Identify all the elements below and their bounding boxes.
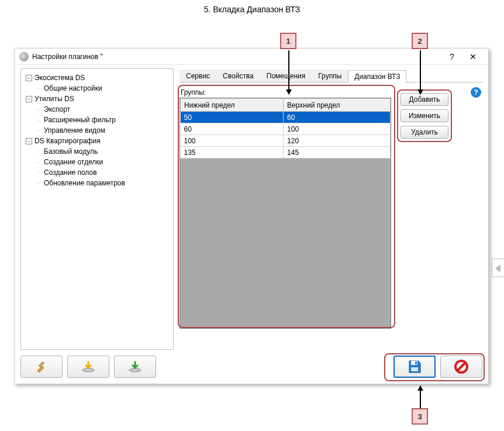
tree-node-create-finish[interactable]: ·Создание отделки bbox=[35, 157, 171, 167]
svg-rect-4 bbox=[411, 367, 418, 371]
tree-node-base-module[interactable]: ·Базовый модуль bbox=[35, 146, 171, 157]
tree-leaf-icon: · bbox=[35, 83, 42, 94]
tree-node-advanced-filter[interactable]: ·Расширенный фильтр bbox=[35, 115, 171, 125]
tree-node-utilities[interactable]: −Утилиты DS ·Экспорт ·Расширенный фильтр… bbox=[26, 94, 171, 136]
tab-groups[interactable]: Группы bbox=[312, 70, 348, 82]
clean-button[interactable] bbox=[20, 356, 63, 378]
grid-container: Нижний предел Верхний предел 50 60 bbox=[179, 98, 391, 329]
tree-node-view-control[interactable]: ·Управление видом bbox=[35, 125, 171, 136]
tab-range-vtz[interactable]: Диапазон ВТЗ bbox=[348, 70, 406, 82]
table-row[interactable]: 60 100 bbox=[181, 123, 391, 135]
cell-lower[interactable]: 50 bbox=[181, 112, 284, 123]
tree-leaf-icon: · bbox=[35, 146, 42, 157]
tree-node-apartment[interactable]: −DS Квартирография ·Базовый модуль ·Созд… bbox=[26, 136, 171, 188]
folder-open-icon bbox=[81, 360, 95, 374]
cell-upper[interactable]: 145 bbox=[284, 147, 391, 158]
add-button[interactable]: Добавить bbox=[401, 93, 448, 106]
callout-1-arrow bbox=[288, 50, 289, 94]
tree-label: Утилиты DS bbox=[34, 95, 74, 103]
tree-label: Создание полов bbox=[44, 168, 97, 177]
titlebar: Настройки плагинов '' ? ✕ bbox=[15, 49, 488, 65]
tree-label: Базовый модуль bbox=[44, 147, 98, 156]
import-button[interactable] bbox=[114, 356, 156, 378]
collapse-icon[interactable]: − bbox=[26, 138, 32, 144]
table-row[interactable]: 100 120 bbox=[181, 135, 391, 147]
cancel-button[interactable] bbox=[440, 356, 482, 378]
table-row[interactable]: 135 145 bbox=[181, 147, 391, 158]
bottom-toolbar bbox=[20, 354, 482, 379]
collapse-icon[interactable]: − bbox=[26, 96, 32, 102]
tab-service[interactable]: Сервис bbox=[179, 70, 216, 82]
tab-rooms[interactable]: Помещения bbox=[260, 70, 312, 82]
col-lower-header[interactable]: Нижний предел bbox=[181, 99, 284, 112]
window-title: Настройки плагинов '' bbox=[32, 53, 441, 61]
side-buttons: Добавить Изменить Удалить bbox=[401, 93, 448, 139]
dialog-window: Настройки плагинов '' ? ✕ −Экосистема DS… bbox=[14, 48, 489, 384]
cell-upper[interactable]: 60 bbox=[284, 112, 391, 123]
tree-panel: −Экосистема DS ·Общие настройки −Утилиты… bbox=[20, 68, 174, 350]
delete-button[interactable]: Удалить bbox=[401, 126, 448, 139]
svg-rect-0 bbox=[39, 362, 44, 367]
page-side-tab[interactable] bbox=[492, 258, 504, 277]
save-icon bbox=[407, 359, 422, 374]
folder-import-icon bbox=[128, 360, 142, 374]
tree-leaf-icon: · bbox=[35, 178, 42, 188]
doc-heading: 5. Вкладка Диапазон ВТЗ bbox=[0, 0, 504, 14]
tree-label: Общие настройки bbox=[44, 84, 102, 92]
right-panel: Сервис Свойства Помещения Группы Диапазо… bbox=[179, 68, 482, 350]
svg-rect-5 bbox=[415, 361, 417, 364]
col-upper-header[interactable]: Верхний предел bbox=[284, 99, 391, 112]
tree-label: Обновление параметров bbox=[44, 179, 125, 187]
tree-label: DS Квартирография bbox=[34, 137, 101, 145]
tree-node-general-settings[interactable]: ·Общие настройки bbox=[35, 83, 171, 94]
callout-3: 3 bbox=[412, 408, 428, 425]
help-button[interactable]: ? bbox=[441, 52, 462, 61]
tree-leaf-icon: · bbox=[35, 157, 42, 167]
svg-line-7 bbox=[457, 363, 465, 371]
callout-2: 2 bbox=[412, 33, 428, 49]
app-icon bbox=[19, 52, 29, 61]
tree-label: Управление видом bbox=[44, 126, 105, 135]
brush-icon bbox=[34, 360, 49, 374]
cell-lower[interactable]: 100 bbox=[181, 135, 284, 147]
cell-lower[interactable]: 60 bbox=[181, 123, 284, 135]
range-grid[interactable]: Нижний предел Верхний предел 50 60 bbox=[180, 98, 391, 158]
tree-leaf-icon: · bbox=[35, 167, 42, 178]
tree-leaf-icon: · bbox=[35, 104, 42, 115]
table-row[interactable]: 50 60 bbox=[181, 112, 391, 123]
tree-node-ecosystem[interactable]: −Экосистема DS ·Общие настройки bbox=[26, 73, 171, 94]
tree-leaf-icon: · bbox=[35, 115, 42, 125]
tree-label: Расширенный фильтр bbox=[44, 116, 116, 124]
tree-node-export[interactable]: ·Экспорт bbox=[35, 104, 171, 115]
tree-label: Экосистема DS bbox=[34, 74, 85, 82]
load-button[interactable] bbox=[67, 356, 109, 378]
tab-content: ? Группы: Нижний предел Верхний предел bbox=[179, 82, 482, 350]
tab-bar: Сервис Свойства Помещения Группы Диапазо… bbox=[179, 68, 482, 82]
collapse-icon[interactable]: − bbox=[26, 75, 32, 81]
cell-lower[interactable]: 135 bbox=[181, 147, 284, 158]
cell-upper[interactable]: 100 bbox=[284, 123, 391, 135]
close-button[interactable]: ✕ bbox=[462, 52, 484, 61]
callout-3-arrow bbox=[420, 386, 421, 408]
cancel-icon bbox=[454, 359, 469, 374]
tab-properties[interactable]: Свойства bbox=[216, 70, 260, 82]
cell-upper[interactable]: 120 bbox=[284, 135, 391, 147]
tree-label: Экспорт bbox=[44, 105, 70, 113]
save-button[interactable] bbox=[393, 356, 436, 378]
nav-tree: −Экосистема DS ·Общие настройки −Утилиты… bbox=[23, 73, 171, 188]
callout-2-arrow bbox=[420, 50, 421, 94]
tree-label: Создание отделки bbox=[44, 158, 103, 166]
tree-node-update-params[interactable]: ·Обновление параметров bbox=[35, 178, 171, 188]
tree-node-create-floors[interactable]: ·Создание полов bbox=[35, 167, 171, 178]
callout-1: 1 bbox=[280, 33, 296, 49]
tree-leaf-icon: · bbox=[35, 125, 42, 136]
edit-button[interactable]: Изменить bbox=[401, 109, 448, 122]
